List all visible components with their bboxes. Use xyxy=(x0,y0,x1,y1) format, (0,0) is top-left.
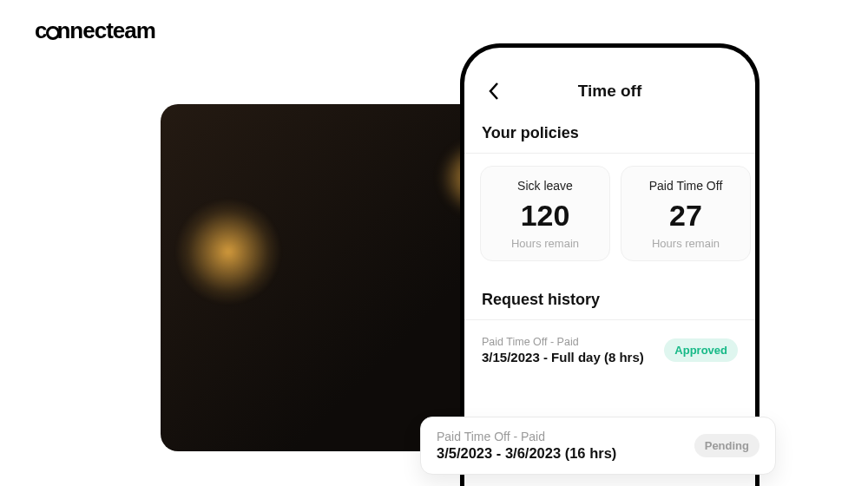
request-line: 3/15/2023 - Full day (8 hrs) xyxy=(482,350,644,364)
policy-card-sick-leave[interactable]: Sick leave 120 Hours remain xyxy=(480,166,610,261)
policy-card-pto[interactable]: Paid Time Off 27 Hours remain xyxy=(621,166,751,261)
policy-label: Sick leave xyxy=(488,179,602,193)
policy-value: 27 xyxy=(628,200,743,232)
policy-sub: Hours remain xyxy=(488,237,602,250)
chevron-left-icon xyxy=(488,82,500,101)
policies-row[interactable]: Sick leave 120 Hours remain Paid Time Of… xyxy=(464,154,755,277)
policy-value: 120 xyxy=(488,200,602,232)
brand-logo: cnnecteam xyxy=(35,17,155,44)
page-title: Time off xyxy=(578,82,642,101)
hero-photo xyxy=(161,104,499,451)
request-popup-card[interactable]: Paid Time Off - Paid 3/5/2023 - 3/6/2023… xyxy=(420,417,776,475)
status-badge: Approved xyxy=(664,338,738,362)
request-meta: Paid Time Off - Paid xyxy=(437,430,616,443)
status-badge: Pending xyxy=(694,434,760,457)
bokeh-light xyxy=(176,200,280,304)
policy-sub: Hours remain xyxy=(628,237,743,250)
back-button[interactable] xyxy=(482,77,506,105)
request-row[interactable]: Paid Time Off - Paid 3/15/2023 - Full da… xyxy=(482,325,738,375)
brand-prefix: c xyxy=(35,17,46,43)
history-heading: Request history xyxy=(464,277,755,319)
request-line: 3/5/2023 - 3/6/2023 (16 hrs) xyxy=(437,445,616,462)
brand-rest: nnecteam xyxy=(56,17,155,43)
title-bar: Time off xyxy=(464,72,755,110)
request-history-list: Paid Time Off - Paid 3/15/2023 - Full da… xyxy=(464,320,755,375)
request-meta: Paid Time Off - Paid xyxy=(482,336,644,348)
request-text: Paid Time Off - Paid 3/5/2023 - 3/6/2023… xyxy=(437,430,616,462)
request-text: Paid Time Off - Paid 3/15/2023 - Full da… xyxy=(482,336,644,364)
phone-screen: Time off Your policies Sick leave 120 Ho… xyxy=(464,48,755,375)
policy-label: Paid Time Off xyxy=(628,179,743,193)
policies-heading: Your policies xyxy=(464,110,755,153)
